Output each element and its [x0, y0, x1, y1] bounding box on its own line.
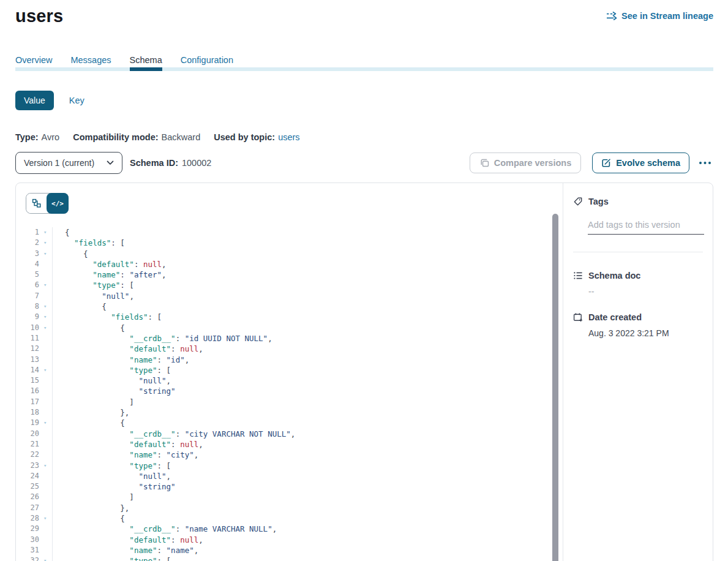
- fold-toggle-icon[interactable]: ▾: [39, 418, 53, 428]
- fold-toggle-icon[interactable]: ▾: [39, 280, 53, 290]
- code-line: 2▾ "fields": [: [16, 238, 563, 248]
- add-tags-input[interactable]: [588, 220, 704, 235]
- code-text: "null",: [53, 471, 171, 481]
- code-text: "type": [: [53, 280, 134, 290]
- code-text: "string": [53, 481, 176, 492]
- fold-spacer: [39, 481, 53, 492]
- line-number: 32: [16, 555, 39, 561]
- compare-versions-button[interactable]: Compare versions: [470, 152, 582, 173]
- code-line: 28▾ {: [16, 513, 563, 524]
- fold-toggle-icon[interactable]: ▾: [39, 227, 53, 238]
- fold-spacer: [39, 429, 53, 439]
- date-created-heading-row: Date created: [573, 312, 703, 322]
- code-text: "name": "city",: [53, 450, 198, 460]
- sidebar-divider: [573, 252, 703, 252]
- calendar-plus-icon: [573, 312, 583, 322]
- code-line: 31 "name": "name",: [16, 545, 563, 555]
- line-number: 22: [16, 450, 39, 460]
- fold-toggle-icon[interactable]: ▾: [39, 513, 53, 524]
- schema-meta-row: Type: Avro Compatibility mode: Backward …: [15, 132, 713, 142]
- code-line: 4 "default": null,: [16, 259, 563, 269]
- code-text: },: [53, 503, 129, 513]
- line-number: 23: [16, 461, 39, 471]
- fold-spacer: [39, 355, 53, 365]
- line-number: 21: [16, 439, 39, 450]
- fold-spacer: [39, 524, 53, 534]
- code-text: "string": [53, 386, 176, 396]
- line-number: 26: [16, 492, 39, 502]
- version-select-value: Version 1 (current): [24, 158, 94, 168]
- code-view-icon: </>: [51, 200, 64, 208]
- more-options-button[interactable]: [697, 159, 713, 167]
- chevron-down-icon: [107, 160, 114, 165]
- code-text: "__crdb__": "city VARCHAR NOT NULL",: [53, 429, 295, 439]
- fold-spacer: [39, 450, 53, 460]
- code-line: 32▾ "type": [: [16, 555, 563, 561]
- used-by-topic-label: Used by topic:: [214, 132, 275, 142]
- line-number: 15: [16, 375, 39, 386]
- see-in-stream-lineage-link[interactable]: See in Stream lineage: [606, 11, 713, 21]
- line-number: 2: [16, 238, 39, 248]
- topic-link[interactable]: users: [278, 132, 299, 142]
- fold-toggle-icon[interactable]: ▾: [39, 323, 53, 333]
- compare-versions-label: Compare versions: [494, 158, 572, 168]
- line-number: 16: [16, 386, 39, 396]
- line-number: 17: [16, 397, 39, 407]
- key-toggle-button[interactable]: Key: [69, 96, 84, 105]
- fold-toggle-icon[interactable]: ▾: [39, 249, 53, 259]
- fold-spacer: [39, 259, 53, 269]
- fold-toggle-icon[interactable]: ▾: [39, 365, 53, 375]
- date-created-title: Date created: [588, 312, 642, 322]
- evolve-schema-button[interactable]: Evolve schema: [592, 152, 689, 173]
- fold-spacer: [39, 386, 53, 396]
- tags-heading-row: Tags: [573, 197, 703, 206]
- line-number: 3: [16, 249, 39, 259]
- code-text: "name": "id",: [53, 355, 189, 365]
- tags-title: Tags: [588, 197, 609, 206]
- code-line: 22 "name": "city",: [16, 450, 563, 460]
- line-number: 12: [16, 344, 39, 354]
- code-line: 5 "name": "after",: [16, 269, 563, 280]
- date-created-section: Date created Aug. 3 2022 3:21 PM: [573, 312, 703, 338]
- line-number: 14: [16, 365, 39, 375]
- date-created-value: Aug. 3 2022 3:21 PM: [588, 328, 703, 338]
- code-text: "__crdb__": "name VARCHAR NULL",: [53, 524, 277, 534]
- schema-card: </> 1▾{2▾ "fields": [3▾ {4 "default": nu…: [15, 183, 713, 561]
- code-text: "null",: [53, 291, 134, 301]
- schema-code-pane: </> 1▾{2▾ "fields": [3▾ {4 "default": nu…: [16, 183, 563, 561]
- line-number: 5: [16, 269, 39, 280]
- version-select[interactable]: Version 1 (current): [15, 152, 122, 174]
- code-text: "default": null,: [53, 439, 203, 450]
- line-number: 10: [16, 323, 39, 333]
- code-scrollbar-thumb[interactable]: [552, 214, 558, 561]
- code-text: ]: [53, 397, 134, 407]
- fold-toggle-icon[interactable]: ▾: [39, 461, 53, 471]
- line-number: 31: [16, 545, 39, 555]
- tab-bar: Overview Messages Schema Configuration: [15, 55, 713, 71]
- line-number: 9: [16, 312, 39, 322]
- tree-view-button[interactable]: [26, 194, 47, 213]
- value-toggle-button[interactable]: Value: [15, 91, 54, 110]
- code-lines: 1▾{2▾ "fields": [3▾ {4 "default": null,5…: [16, 227, 563, 561]
- code-line: 19▾ {: [16, 418, 563, 428]
- code-view-button[interactable]: </>: [47, 193, 69, 214]
- fold-spacer: [39, 291, 53, 301]
- code-text: "fields": [: [53, 312, 162, 322]
- code-line: 9▾ "fields": [: [16, 312, 563, 322]
- fold-toggle-icon[interactable]: ▾: [39, 301, 53, 312]
- tab-schema[interactable]: Schema: [130, 55, 162, 71]
- code-line: 8▾ {: [16, 301, 563, 312]
- fold-toggle-icon[interactable]: ▾: [39, 238, 53, 248]
- code-line: 29 "__crdb__": "name VARCHAR NULL",: [16, 524, 563, 534]
- schema-doc-section: Schema doc --: [573, 271, 703, 296]
- line-number: 4: [16, 259, 39, 269]
- code-text: },: [53, 407, 129, 418]
- code-line: 10▾ {: [16, 323, 563, 333]
- code-text: "__crdb__": "id UUID NOT NULL",: [53, 333, 272, 344]
- fold-toggle-icon[interactable]: ▾: [39, 555, 53, 561]
- fold-toggle-icon[interactable]: ▾: [39, 312, 53, 322]
- code-line: 6▾ "type": [: [16, 280, 563, 290]
- code-line: 26 ]: [16, 492, 563, 502]
- code-line: 18 },: [16, 407, 563, 418]
- page-title: users: [15, 6, 63, 26]
